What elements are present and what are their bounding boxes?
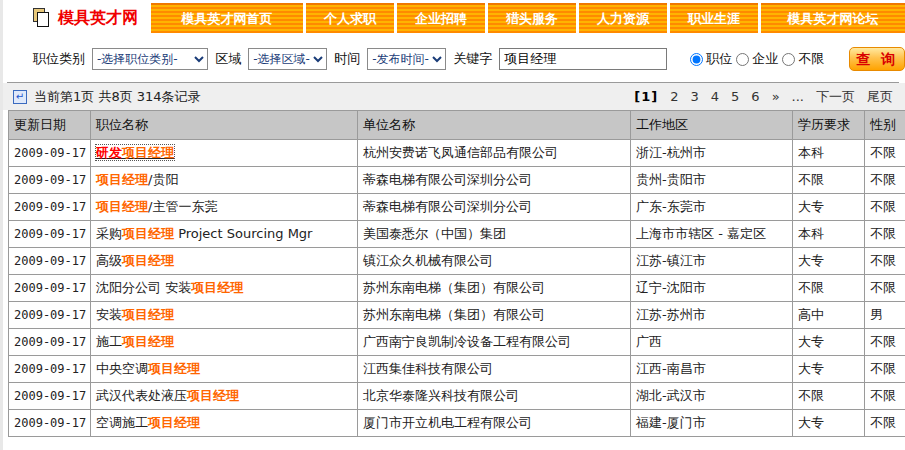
job-title-pre: 采购 [96, 226, 122, 241]
cell-region: 江西-南昌市 [631, 356, 793, 383]
job-title-link[interactable]: 中央空调项目经理 [96, 361, 200, 376]
next-page-link[interactable]: 下一页 [816, 88, 855, 106]
cell-education: 本科 [793, 140, 865, 167]
nav-tab[interactable]: 职业生涯 [670, 3, 758, 33]
job-title-keyword: 项目经理 [122, 226, 174, 241]
cell-date: 2009-09-17 [9, 383, 91, 410]
cell-gender: 不限 [865, 221, 905, 248]
cell-gender: 不限 [865, 248, 905, 275]
cell-company: 镇江众久机械有限公司 [358, 248, 631, 275]
page-number-link[interactable]: 6 [751, 89, 759, 104]
status-bar: ↵ 当前第1页 共8页 314条记录 [1] 23456 » ... 下一页 尾… [3, 83, 905, 110]
cell-gender: 男 [865, 302, 905, 329]
job-title-link[interactable]: 项目经理/贵阳 [96, 172, 178, 187]
category-select[interactable]: -选择职位类别- [92, 48, 208, 70]
nav-tab[interactable]: 模具英才网首页 [151, 3, 303, 33]
page-number-link[interactable]: 3 [691, 89, 699, 104]
job-title-keyword: 项目经理 [191, 280, 243, 295]
job-title-pre: 沈阳分公司 安装 [96, 280, 191, 295]
job-title-post: Project Sourcing Mgr [174, 226, 312, 241]
job-title-keyword: 项目经理 [122, 253, 174, 268]
next-group-link[interactable]: » [772, 89, 780, 104]
scope-radio[interactable] [782, 53, 795, 66]
column-header: 工作地区 [631, 111, 793, 140]
nav-tab[interactable]: 个人求职 [306, 3, 394, 33]
page-info-icon: ↵ [13, 90, 27, 104]
table-row: 2009-09-17 项目经理/主管一东莞 蒂森电梯有限公司深圳分公司 广东-东… [9, 194, 905, 221]
cell-region: 湖北-武汉市 [631, 383, 793, 410]
job-title-link[interactable]: 采购项目经理 Project Sourcing Mgr [96, 226, 312, 241]
search-bar: 职位类别 -选择职位类别- 区域 -选择区域- 时间 -发布时间- 关键字 职位… [3, 36, 905, 82]
cell-education: 本科 [793, 221, 865, 248]
region-select[interactable]: -选择区域- [248, 48, 327, 70]
job-title-pre: 武汉代表处液压 [96, 388, 187, 403]
cell-title: 沈阳分公司 安装项目经理 [91, 275, 358, 302]
job-table: 更新日期职位名称单位名称工作地区学历要求性别 2009-09-17 研发项目经理… [8, 110, 905, 437]
column-header: 更新日期 [9, 111, 91, 140]
documents-icon [33, 8, 51, 28]
cell-gender: 不限 [865, 140, 905, 167]
cell-gender: 不限 [865, 383, 905, 410]
page-number-link[interactable]: 5 [731, 89, 739, 104]
cell-date: 2009-09-17 [9, 410, 91, 437]
cell-education: 大专 [793, 356, 865, 383]
page-number-link[interactable]: 2 [670, 89, 678, 104]
cell-education: 大专 [793, 329, 865, 356]
cell-company: 蒂森电梯有限公司深圳分公司 [358, 194, 631, 221]
job-title-keyword: 项目经理 [148, 361, 200, 376]
job-title-link[interactable]: 空调施工项目经理 [96, 415, 200, 430]
cell-region: 浙江-杭州市 [631, 140, 793, 167]
job-table-body: 2009-09-17 研发项目经理 杭州安费诺飞凤通信部品有限公司 浙江-杭州市… [9, 140, 905, 437]
cell-company: 苏州东南电梯（集团）有限公司 [358, 275, 631, 302]
pagination: [1] 23456 » ... 下一页 尾页 [634, 88, 893, 106]
table-row: 2009-09-17 沈阳分公司 安装项目经理 苏州东南电梯（集团）有限公司 辽… [9, 275, 905, 302]
cell-date: 2009-09-17 [9, 140, 91, 167]
job-title-link[interactable]: 高级项目经理 [96, 253, 174, 268]
cell-title: 项目经理/贵阳 [91, 167, 358, 194]
cell-education: 大专 [793, 248, 865, 275]
cell-region: 江苏-镇江市 [631, 248, 793, 275]
cell-region: 辽宁-沈阳市 [631, 275, 793, 302]
site-logo[interactable]: 模具英才网 [3, 0, 151, 36]
keyword-input[interactable] [499, 48, 667, 70]
nav-tab[interactable]: 猎头服务 [488, 3, 576, 33]
region-label: 区域 [215, 50, 241, 68]
job-title-link[interactable]: 安装项目经理 [96, 307, 174, 322]
table-row: 2009-09-17 武汉代表处液压项目经理 北京华泰隆兴科技有限公司 湖北-武… [9, 383, 905, 410]
nav-tab[interactable]: 模具英才网论坛 [761, 3, 905, 33]
cell-region: 江苏-苏州市 [631, 302, 793, 329]
job-title-link[interactable]: 施工项目经理 [96, 334, 174, 349]
cell-region: 广东-东莞市 [631, 194, 793, 221]
scope-radio-option[interactable]: 企业 [736, 50, 778, 68]
time-select[interactable]: -发布时间- [367, 48, 446, 70]
cell-education: 高中 [793, 302, 865, 329]
page-number-link[interactable]: 4 [711, 89, 719, 104]
cell-education: 不限 [793, 167, 865, 194]
job-title-link[interactable]: 沈阳分公司 安装项目经理 [96, 280, 243, 295]
scope-radio-option[interactable]: 不限 [782, 50, 824, 68]
cell-gender: 不限 [865, 275, 905, 302]
cell-gender: 不限 [865, 194, 905, 221]
job-title-link[interactable]: 研发项目经理 [96, 145, 174, 160]
query-button[interactable]: 查 询 [849, 47, 905, 71]
scope-radio[interactable] [736, 53, 749, 66]
nav-tabs: 模具英才网首页个人求职企业招聘猎头服务人力资源职业生涯模具英才网论坛 [151, 0, 905, 36]
cell-region: 上海市市辖区 - 嘉定区 [631, 221, 793, 248]
job-title-keyword: 项目经理 [122, 307, 174, 322]
table-row: 2009-09-17 研发项目经理 杭州安费诺飞凤通信部品有限公司 浙江-杭州市… [9, 140, 905, 167]
cell-company: 江西集佳科技有限公司 [358, 356, 631, 383]
job-title-link[interactable]: 武汉代表处液压项目经理 [96, 388, 239, 403]
job-title-pre: 中央空调 [96, 361, 148, 376]
cell-education: 大专 [793, 410, 865, 437]
scope-radio-group: 职位企业不限 [690, 50, 824, 68]
scope-radio-option[interactable]: 职位 [690, 50, 732, 68]
scope-radio[interactable] [690, 53, 703, 66]
nav-tab[interactable]: 人力资源 [579, 3, 667, 33]
cell-education: 不限 [793, 275, 865, 302]
last-page-link[interactable]: 尾页 [867, 88, 893, 106]
cell-company: 北京华泰隆兴科技有限公司 [358, 383, 631, 410]
job-title-link[interactable]: 项目经理/主管一东莞 [96, 199, 217, 214]
nav-tab[interactable]: 企业招聘 [397, 3, 485, 33]
cell-company: 杭州安费诺飞凤通信部品有限公司 [358, 140, 631, 167]
table-row: 2009-09-17 中央空调项目经理 江西集佳科技有限公司 江西-南昌市 大专… [9, 356, 905, 383]
